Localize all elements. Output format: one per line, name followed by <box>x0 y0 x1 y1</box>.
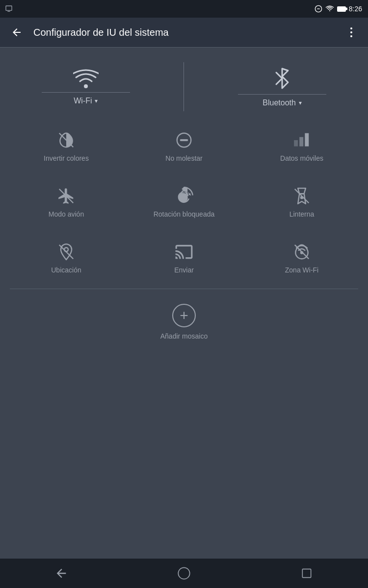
svg-rect-0 <box>6 6 12 10</box>
dot3 <box>350 35 352 37</box>
mid-divider <box>10 289 358 289</box>
wifi-tile[interactable]: Wi-Fi ▾ <box>32 69 140 105</box>
nav-recents-icon <box>300 567 313 580</box>
tile-do-not-disturb[interactable]: No molestar <box>128 121 240 172</box>
tiles-vertical-divider <box>184 62 184 111</box>
status-time: 8:26 <box>349 5 362 13</box>
flashlight-icon <box>292 187 311 205</box>
tile-label-mobile-data: Datos móviles <box>280 154 323 162</box>
bluetooth-label-row: Bluetooth ▾ <box>263 98 302 107</box>
app-bar-title: Configurador de IU del sistema <box>33 27 335 38</box>
bluetooth-divider <box>238 94 326 95</box>
add-tile-button[interactable]: + Añadir mosaico <box>10 294 358 350</box>
nav-home-button[interactable] <box>169 559 199 588</box>
svg-rect-1 <box>7 11 10 12</box>
svg-rect-9 <box>181 195 187 200</box>
dot1 <box>350 27 352 29</box>
wifi-dropdown-arrow: ▾ <box>95 98 98 104</box>
tile-label-invert-colors: Invertir colores <box>44 154 89 162</box>
tile-airplane-mode[interactable]: Modo avión <box>10 177 123 228</box>
mobile-data-icon <box>292 131 311 149</box>
main-content: Wi-Fi ▾ Bluetooth ▾ I <box>0 48 368 360</box>
tile-label-flashlight: Linterna <box>289 210 315 218</box>
hotspot-icon <box>292 243 311 261</box>
battery-icon <box>337 6 346 12</box>
bluetooth-dropdown-arrow: ▾ <box>299 99 302 106</box>
wifi-icon <box>73 69 99 88</box>
nav-bar <box>0 559 368 588</box>
tile-label-cast: Enviar <box>174 266 194 274</box>
tile-flashlight[interactable]: Linterna <box>245 177 358 228</box>
nav-recents-button[interactable] <box>292 559 321 588</box>
tile-cast[interactable]: Enviar <box>128 233 240 284</box>
nav-home-icon <box>177 566 191 580</box>
tile-label-dnd: No molestar <box>165 154 202 162</box>
status-bar: 8:26 <box>0 0 368 18</box>
tile-rotation-lock[interactable]: Rotación bloqueada <box>128 177 240 228</box>
tile-label-location: Ubicación <box>51 266 81 274</box>
wifi-status-icon <box>325 5 334 12</box>
nav-back-icon <box>54 566 68 580</box>
wifi-label: Wi-Fi <box>74 97 92 105</box>
dnd-icon <box>175 131 193 149</box>
tile-location[interactable]: Ubicación <box>10 233 123 284</box>
screenshot-icon <box>5 5 13 13</box>
status-icons-right: 8:26 <box>315 5 362 13</box>
tile-label-airplane: Modo avión <box>49 210 84 218</box>
back-button[interactable] <box>8 24 26 41</box>
more-options-button[interactable] <box>342 24 360 41</box>
airplane-icon <box>57 187 76 205</box>
svg-rect-16 <box>302 569 311 577</box>
wifi-divider <box>42 92 130 93</box>
nav-back-button[interactable] <box>47 559 76 588</box>
status-left-icons <box>5 0 13 18</box>
app-bar: Configurador de IU del sistema <box>0 18 368 47</box>
tile-label-hotspot: Zona Wi-Fi <box>285 266 318 274</box>
bluetooth-label: Bluetooth <box>263 98 296 107</box>
location-icon <box>57 243 76 261</box>
top-tiles-row: Wi-Fi ▾ Bluetooth ▾ <box>10 62 358 111</box>
cast-icon <box>175 243 193 261</box>
dnd-status-icon <box>315 5 322 13</box>
invert-colors-icon <box>57 131 76 149</box>
tile-label-rotation: Rotación bloqueada <box>154 210 215 218</box>
add-icon: + <box>172 304 196 327</box>
svg-point-4 <box>84 84 88 88</box>
wifi-label-row: Wi-Fi ▾ <box>74 97 98 105</box>
dot2 <box>350 31 352 33</box>
rotation-icon <box>175 187 193 205</box>
add-tile-label: Añadir mosaico <box>160 332 208 340</box>
back-icon <box>11 26 23 38</box>
svg-point-15 <box>178 567 189 579</box>
tiles-grid: Invertir colores No molestar Datos móvil… <box>10 121 358 284</box>
bluetooth-icon <box>272 67 292 90</box>
bluetooth-tile[interactable]: Bluetooth ▾ <box>228 67 336 107</box>
tile-mobile-data[interactable]: Datos móviles <box>245 121 358 172</box>
tile-invert-colors[interactable]: Invertir colores <box>10 121 123 172</box>
tile-wifi-hotspot[interactable]: Zona Wi-Fi <box>245 233 358 284</box>
